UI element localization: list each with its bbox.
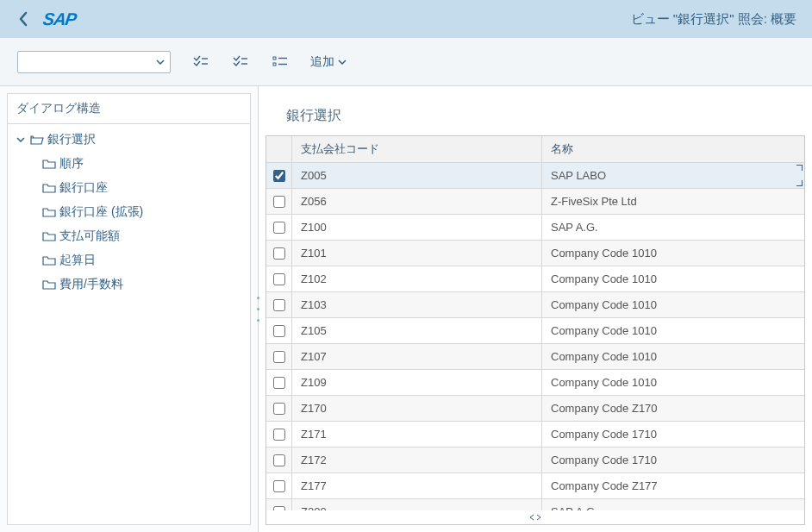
row-name-cell: Company Code 1710 [542,422,804,447]
table-body: Z005SAP LABOZ056Z-FiveSix Pte LtdZ100SAP… [266,163,804,510]
table-row[interactable]: Z101Company Code 1010 [266,241,804,266]
table-row[interactable]: Z107Company Code 1010 [266,344,804,370]
folder-icon [42,230,56,242]
add-button-label: 追加 [310,54,334,70]
tree-child-label: 銀行口座 (拡張) [59,204,143,220]
row-name-cell: Company Code 1010 [542,266,804,291]
row-check-cell[interactable] [266,370,292,395]
row-check-cell[interactable] [266,189,292,214]
row-name-cell: Company Code 1010 [542,241,804,266]
main-area: ダイアログ構造 銀行選択 順序銀行口座銀行口座 (拡張)支払可能額起算日費用/手… [0,86,812,532]
deselect-all-icon[interactable] [231,53,250,72]
row-name-cell: Z-FiveSix Pte Ltd [542,189,804,214]
tree-child-label: 順序 [59,156,84,172]
row-checkbox[interactable] [273,170,285,182]
horizontal-scroll[interactable] [266,510,804,524]
chevron-down-icon [338,59,347,65]
row-code-cell: Z171 [292,422,542,447]
row-name-cell: SAP LABO [542,163,804,188]
add-button[interactable]: 追加 [310,54,347,70]
row-code-cell: Z100 [292,215,542,240]
row-checkbox[interactable] [273,196,285,208]
tree-child[interactable]: 銀行口座 (拡張) [8,200,250,224]
list-settings-icon[interactable] [271,53,290,72]
row-code-cell: Z056 [292,189,542,214]
row-code-cell: Z109 [292,370,542,395]
row-checkbox[interactable] [273,222,285,234]
tree-child[interactable]: 起算日 [8,248,250,272]
col-header-name[interactable]: 名称 [542,136,804,162]
col-header-check[interactable] [266,136,292,162]
table-row[interactable]: Z005SAP LABO [266,163,804,189]
row-code-cell: Z200 [292,499,542,510]
row-check-cell[interactable] [266,318,292,343]
tree-child-label: 銀行口座 [59,180,108,196]
table-row[interactable]: Z109Company Code 1010 [266,370,804,396]
row-checkbox[interactable] [273,480,285,492]
back-button[interactable] [10,6,36,32]
folder-icon [42,206,56,218]
table-row[interactable]: Z056Z-FiveSix Pte Ltd [266,189,804,215]
row-name-cell: Company Code 1710 [542,448,804,473]
row-checkbox[interactable] [273,273,285,285]
sidebar-panel: ダイアログ構造 銀行選択 順序銀行口座銀行口座 (拡張)支払可能額起算日費用/手… [7,93,251,525]
row-checkbox[interactable] [273,299,285,311]
view-select[interactable] [17,51,171,73]
row-checkbox[interactable] [273,247,285,260]
row-check-cell[interactable] [266,241,292,266]
table-row[interactable]: Z200SAP A.G. [266,499,804,510]
row-check-cell[interactable] [266,215,292,240]
tree-child-label: 支払可能額 [59,228,120,244]
row-check-cell[interactable] [266,396,292,421]
row-check-cell[interactable] [266,473,292,498]
folder-open-icon [30,134,44,146]
toolbar: 追加 [0,38,812,86]
table-row[interactable]: Z105Company Code 1010 [266,318,804,344]
row-code-cell: Z172 [292,448,542,473]
table-row[interactable]: Z172Company Code 1710 [266,448,804,473]
row-check-cell[interactable] [266,292,292,317]
row-check-cell[interactable] [266,163,292,188]
row-name-cell: Company Code 1010 [542,292,804,317]
tree-child[interactable]: 支払可能額 [8,224,250,248]
table-row[interactable]: Z171Company Code 1710 [266,422,804,448]
row-check-cell[interactable] [266,344,292,369]
tree-child[interactable]: 順序 [8,152,250,176]
row-check-cell[interactable] [266,448,292,473]
col-header-code[interactable]: 支払会社コード [292,136,542,162]
splitter-handle[interactable] [254,292,261,327]
tree-child[interactable]: 銀行口座 [8,176,250,200]
row-checkbox[interactable] [273,429,285,441]
row-name-cell: Company Code 1010 [542,344,804,369]
row-code-cell: Z101 [292,241,542,266]
row-checkbox[interactable] [273,454,285,466]
row-checkbox[interactable] [273,351,285,363]
sidebar: ダイアログ構造 銀行選択 順序銀行口座銀行口座 (拡張)支払可能額起算日費用/手… [0,86,259,532]
row-name-cell: SAP A.G. [542,215,804,240]
row-code-cell: Z107 [292,344,542,369]
app-header: SAP ビュー "銀行選択" 照会: 概要 [0,0,812,38]
row-code-cell: Z170 [292,396,542,421]
data-table: 支払会社コード 名称 Z005SAP LABOZ056Z-FiveSix Pte… [265,135,805,525]
tree-child[interactable]: 費用/手数料 [8,272,250,297]
row-check-cell[interactable] [266,499,292,510]
row-code-cell: Z102 [292,266,542,291]
table-row[interactable]: Z102Company Code 1010 [266,266,804,292]
tree: 銀行選択 順序銀行口座銀行口座 (拡張)支払可能額起算日費用/手数料 [8,124,250,300]
row-checkbox[interactable] [273,403,285,415]
row-checkbox[interactable] [273,325,285,337]
table-row[interactable]: Z177Company Code Z177 [266,473,804,499]
table-row[interactable]: Z103Company Code 1010 [266,292,804,318]
tree-root-label: 銀行選択 [47,132,96,147]
table-row[interactable]: Z170Company Code Z170 [266,396,804,422]
row-check-cell[interactable] [266,266,292,291]
tree-root[interactable]: 銀行選択 [8,128,250,152]
row-check-cell[interactable] [266,422,292,447]
row-checkbox[interactable] [273,377,285,389]
table-row[interactable]: Z100SAP A.G. [266,215,804,241]
chevron-down-icon [15,137,27,142]
select-all-icon[interactable] [191,53,210,72]
svg-rect-5 [273,63,276,66]
table-header: 支払会社コード 名称 [266,136,804,163]
folder-icon [42,279,56,291]
